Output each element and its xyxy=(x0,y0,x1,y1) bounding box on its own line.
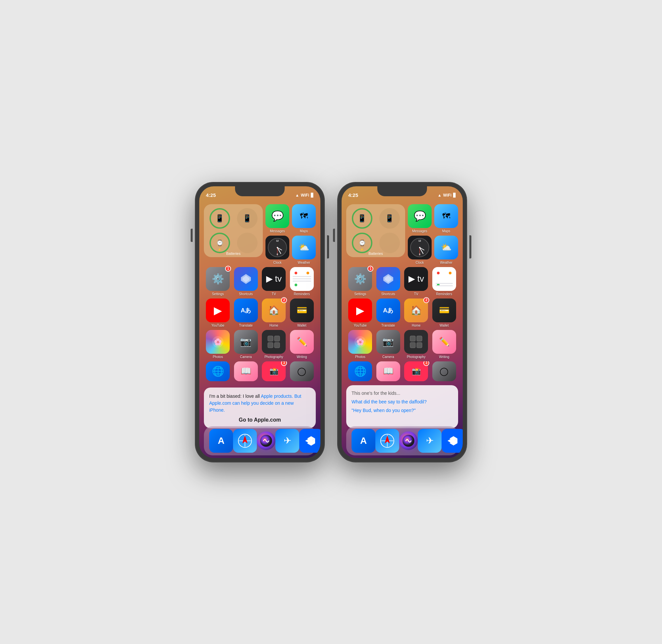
partial-app-dark-2[interactable]: ◯ xyxy=(432,361,456,381)
messages-label-2: Messages xyxy=(412,229,427,233)
siri-action-1[interactable]: Go to Apple.com xyxy=(209,417,311,423)
app-home-1[interactable]: 🏠 2 Home xyxy=(262,299,286,327)
dock-siri-2[interactable] xyxy=(399,432,418,450)
app-camera-2[interactable]: 📷 Camera xyxy=(376,330,400,359)
app-weather-2[interactable]: ⛅ Weather xyxy=(434,236,458,264)
svg-rect-20 xyxy=(410,343,415,348)
wifi-icon-1: WiFi xyxy=(301,193,309,198)
app-tv-2[interactable]: ▶ tv TV xyxy=(404,267,428,296)
svg-rect-18 xyxy=(410,336,415,341)
tv-icon-2: ▶ tv xyxy=(404,267,428,291)
translate-icon-2: Aあ xyxy=(376,299,400,322)
siri-icon-2[interactable] xyxy=(399,432,418,450)
youtube-label-2: YouTube xyxy=(354,324,367,327)
app-translate-2[interactable]: Aあ Translate xyxy=(376,299,400,327)
app-photography-2[interactable]: Photography xyxy=(404,330,428,359)
app-clock-1[interactable]: 12 6 Clock xyxy=(266,236,289,264)
battery-icon-2: ▊ xyxy=(453,193,456,198)
dock-mail-2[interactable]: ✈ xyxy=(418,429,441,453)
wallet-label-1: Wallet xyxy=(297,324,306,327)
dock-siri-1[interactable] xyxy=(257,432,275,450)
app-writing-2[interactable]: ✏️ Writing xyxy=(432,330,456,359)
dock-dropbox-1[interactable] xyxy=(299,429,320,453)
partial-app-social-1[interactable]: 📸 3 xyxy=(262,361,286,381)
batteries-widget-1[interactable]: 📱 📱 xyxy=(204,204,263,257)
app-photos-2[interactable]: 🌸 Photos xyxy=(348,330,372,359)
app-maps-2[interactable]: 🗺 Maps xyxy=(434,204,458,233)
partial-app-book-2[interactable]: 📖 xyxy=(376,361,400,381)
siri-text-plain-1: I'm a bit biased: I love all xyxy=(209,393,261,399)
partial-app-globe-1[interactable]: 🌐 xyxy=(206,361,230,381)
svg-rect-3 xyxy=(274,336,280,341)
mail-icon-2: ✈ xyxy=(418,429,441,453)
app-row-2-2: ⚙️ 1 Settings Shortcuts xyxy=(346,267,458,296)
siri-icon-1[interactable] xyxy=(257,432,275,450)
app-settings-1[interactable]: ⚙️ 1 Settings xyxy=(206,267,230,296)
camera-icon-2: 📷 xyxy=(376,330,400,354)
partial-app-dark-1[interactable]: ◯ xyxy=(290,361,314,381)
dock-2: A xyxy=(346,426,458,455)
app-reminders-1[interactable]: Reminders xyxy=(290,267,314,296)
messages-icon-2: 💬 xyxy=(408,204,432,228)
app-wallet-2[interactable]: 💳 Wallet xyxy=(432,299,456,327)
batteries-widget-2[interactable]: 📱 📱 ⌚ ⚡ xyxy=(346,204,405,257)
app-settings-2[interactable]: ⚙️ 1 Settings xyxy=(348,267,372,296)
batteries-label-1: Batteries xyxy=(204,252,263,255)
photos-icon-2: 🌸 xyxy=(348,330,372,354)
app-youtube-2[interactable]: ▶ YouTube xyxy=(348,299,372,327)
reminders-icon-1 xyxy=(290,267,314,291)
translate-icon-1: Aあ xyxy=(234,299,258,322)
maps-icon-2: 🗺 xyxy=(434,204,458,228)
tv-label-2: TV xyxy=(414,292,418,296)
settings-label-2: Settings xyxy=(354,292,366,296)
app-wallet-1[interactable]: 💳 Wallet xyxy=(290,299,314,327)
clock-icon-1: 12 6 xyxy=(266,236,289,259)
app-youtube-1[interactable]: ▶ YouTube xyxy=(206,299,230,327)
dock-appstore-1[interactable]: A xyxy=(209,429,233,453)
notch-1 xyxy=(235,186,285,196)
app-photography-1[interactable]: Photography xyxy=(262,330,286,359)
app-maps-1[interactable]: 🗺 Maps xyxy=(292,204,316,233)
app-translate-1[interactable]: Aあ Translate xyxy=(234,299,258,327)
dock-dropbox-2[interactable] xyxy=(441,429,463,453)
app-row-3-1: ▶ YouTube Aあ Translate 🏠 xyxy=(204,299,316,327)
app-shortcuts-2[interactable]: Shortcuts xyxy=(376,267,400,296)
app-shortcuts-1[interactable]: Shortcuts xyxy=(234,267,258,296)
dock-safari-2[interactable] xyxy=(375,429,399,453)
dock-appstore-2[interactable]: A xyxy=(351,429,375,453)
status-time-2: 4:25 xyxy=(348,192,358,198)
app-home-2[interactable]: 🏠 2 Home xyxy=(404,299,428,327)
social-badge-1: 3 xyxy=(281,361,287,366)
translate-label-2: Translate xyxy=(381,324,395,327)
app-tv-1[interactable]: ▶ tv TV xyxy=(262,267,286,296)
app-reminders-2[interactable]: Reminders xyxy=(432,267,456,296)
app-messages-1[interactable]: 💬 Messages xyxy=(266,204,289,233)
photos-label-2: Photos xyxy=(355,355,365,359)
app-messages-2[interactable]: 💬 Messages xyxy=(408,204,432,233)
svg-rect-19 xyxy=(417,336,422,341)
app-photos-1[interactable]: 🌸 Photos xyxy=(206,330,230,359)
photos-label-1: Photos xyxy=(213,355,223,359)
app-camera-1[interactable]: 📷 Camera xyxy=(234,330,258,359)
dock-safari-1[interactable] xyxy=(233,429,257,453)
battery-watch-2: ⌚ ⚡ xyxy=(349,231,375,254)
app-writing-1[interactable]: ✏️ Writing xyxy=(290,330,314,359)
shortcuts-icon-2 xyxy=(376,267,400,291)
app-clock-2[interactable]: 12 6 Clock xyxy=(408,236,432,264)
partial-app-book-1[interactable]: 📖 xyxy=(234,361,258,381)
messages-icon-1: 💬 xyxy=(266,204,289,228)
siri-joke-answer-2: "Hey Bud, when do you open?" xyxy=(351,408,453,413)
watch-icon-2: ⌚ xyxy=(359,239,366,247)
iphone-icon-4: 📱 xyxy=(385,214,394,223)
app-weather-1[interactable]: ⛅ Weather xyxy=(292,236,316,264)
partial-app-globe-2[interactable]: 🌐 xyxy=(348,361,372,381)
camera-icon-1: 📷 xyxy=(234,330,258,354)
shortcuts-icon-1 xyxy=(234,267,258,291)
mail-icon-1: ✈ xyxy=(275,429,299,453)
batteries-label-2: Batteries xyxy=(346,252,405,255)
svg-rect-5 xyxy=(274,343,280,348)
partial-app-social-2[interactable]: 📸 3 xyxy=(404,361,428,381)
settings-label-1: Settings xyxy=(212,292,224,296)
dock-mail-1[interactable]: ✈ xyxy=(275,429,299,453)
camera-label-1: Camera xyxy=(240,355,252,359)
